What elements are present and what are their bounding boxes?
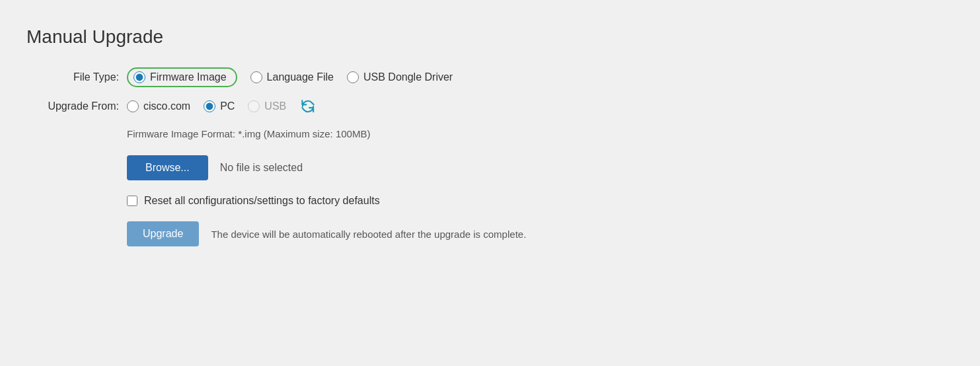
upgrade-button[interactable]: Upgrade <box>127 221 199 246</box>
form-section: File Type: Firmware Image Language File … <box>26 67 954 246</box>
file-type-label: File Type: <box>26 71 119 83</box>
browse-button[interactable]: Browse... <box>127 155 208 180</box>
upgrade-row: Upgrade The device will be automatically… <box>127 221 954 246</box>
refresh-icon[interactable] <box>299 98 317 115</box>
firmware-image-radio[interactable] <box>133 71 145 83</box>
usb-dongle-label: USB Dongle Driver <box>363 71 453 83</box>
reset-checkbox[interactable] <box>127 196 137 206</box>
cisco-label: cisco.com <box>143 100 190 112</box>
language-file-label: Language File <box>267 71 334 83</box>
pc-label: PC <box>220 100 235 112</box>
page-title: Manual Upgrade <box>26 26 954 48</box>
file-type-radio-group: Firmware Image Language File USB Dongle … <box>127 67 453 87</box>
firmware-image-label: Firmware Image <box>150 71 227 83</box>
cisco-radio[interactable] <box>127 100 139 112</box>
language-file-radio[interactable] <box>250 71 262 83</box>
cisco-option[interactable]: cisco.com <box>127 100 190 112</box>
language-file-option[interactable]: Language File <box>250 71 334 83</box>
format-info: Firmware Image Format: *.img (Maximum si… <box>127 128 954 139</box>
sync-svg <box>299 98 317 115</box>
file-type-row: File Type: Firmware Image Language File … <box>26 67 954 87</box>
pc-radio[interactable] <box>204 100 215 112</box>
upgrade-from-label: Upgrade From: <box>26 100 119 112</box>
usb-dongle-radio[interactable] <box>347 71 359 83</box>
usb-option[interactable]: USB <box>248 100 286 112</box>
upgrade-note: The device will be automatically reboote… <box>211 229 526 240</box>
usb-dongle-option[interactable]: USB Dongle Driver <box>347 71 453 83</box>
upgrade-from-radio-group: cisco.com PC USB <box>127 98 317 115</box>
usb-radio[interactable] <box>248 100 260 112</box>
no-file-text: No file is selected <box>220 162 303 174</box>
browse-row: Browse... No file is selected <box>127 155 954 180</box>
page-container: Manual Upgrade File Type: Firmware Image… <box>26 26 954 246</box>
pc-option[interactable]: PC <box>204 100 235 112</box>
firmware-image-option[interactable]: Firmware Image <box>127 67 237 87</box>
usb-label: USB <box>264 100 286 112</box>
format-info-text: Firmware Image Format: *.img (Maximum si… <box>127 128 370 139</box>
upgrade-from-row: Upgrade From: cisco.com PC USB <box>26 98 954 115</box>
reset-checkbox-row: Reset all configurations/settings to fac… <box>127 195 954 207</box>
reset-checkbox-label: Reset all configurations/settings to fac… <box>144 195 380 207</box>
